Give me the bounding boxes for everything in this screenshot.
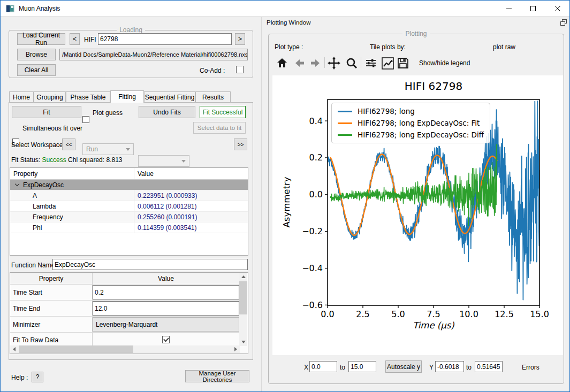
expdecayosc-group-row[interactable]: ExpDecayOsc [10,180,248,190]
fit-button[interactable]: Fit [12,106,81,118]
y-range-label: Y [429,364,434,371]
undo-fits-button[interactable]: Undo Fits [139,106,195,118]
tab-grouping[interactable]: Grouping [34,91,66,102]
svg-text:10.0: 10.0 [459,309,478,319]
clear-all-button[interactable]: Clear All [17,64,56,76]
legend-line-blue [338,111,352,112]
settings-row-minimizer: Minimizer Levenberg-Marquardt [10,317,240,333]
param-row-a[interactable]: A 0.223951 (0.000933) [10,190,248,201]
tab-fitting[interactable]: Fitting [110,90,144,103]
param-row-phi[interactable]: Phi 0.114359 (0.003541) [10,222,248,233]
dock-title: Plotting Window [267,19,310,26]
line-options-button[interactable] [380,56,395,70]
zoom-button[interactable] [344,56,359,70]
line-chart-icon [382,57,394,70]
workspace-prev-button[interactable]: << [62,139,75,150]
svg-text:5.0: 5.0 [391,309,405,319]
plotting-group-label: Plotting [402,30,429,37]
vertical-scrollbar[interactable] [239,273,247,346]
browse-button[interactable]: Browse [17,49,56,60]
svg-text:0.2: 0.2 [309,152,323,163]
save-button[interactable] [396,56,411,70]
x-range-label: X [304,364,308,371]
tile-plots-label: Tile plots by: [370,43,406,51]
float-window-icon[interactable] [560,19,567,26]
maximize-button[interactable] [521,1,545,16]
horizontal-scrollbar[interactable] [10,345,240,353]
manage-user-directories-button[interactable]: Manage User Directories [185,370,249,382]
scroll-right-icon[interactable] [234,347,237,351]
configure-subplots-button[interactable] [363,56,378,70]
settings-table-header: Property Value [10,273,240,285]
settings-row-time-end: Time End [10,301,240,317]
chevron-expanded-icon [15,182,19,186]
minimize-button[interactable] [497,1,521,16]
decrement-run-button[interactable]: < [70,33,80,45]
increment-run-button[interactable]: > [235,33,245,45]
legend-line-green [338,134,352,136]
fit-successful-indicator: Fit Successful [200,106,246,118]
close-button[interactable] [545,1,569,16]
forward-button[interactable] [308,56,323,70]
legend-entry-fit: HIFI62798; long ExpDecayOsc: Fit [338,119,484,127]
svg-text:7.5: 7.5 [427,309,440,319]
muon-analysis-window: Muon Analysis Loading Load Current Run <… [0,0,570,392]
svg-text:0.0: 0.0 [309,189,323,199]
minimizer-combo[interactable]: Levenberg-Marquardt [93,317,239,332]
coadd-label: Co-Add : [200,67,225,74]
x-axis-label: Time (μs) [380,320,487,330]
app-icon [6,4,14,13]
to-label: to [466,364,472,371]
scroll-down-icon[interactable] [241,341,246,343]
simultaneous-fit-label: Simultaneous fit over [22,125,82,132]
load-current-run-button[interactable]: Load Current Run [17,33,65,45]
time-start-input[interactable] [93,285,239,299]
pan-button[interactable] [326,56,341,70]
svg-text:0.0: 0.0 [321,309,334,319]
legend-entry-data: HIFI62798; long [338,107,484,116]
to-label: to [340,364,345,371]
tab-sequential-fitting[interactable]: Sequential Fitting [144,91,195,102]
settings-row-time-start: Time Start [10,285,240,301]
toolbar-separator [324,57,325,68]
help-button[interactable]: ? [32,372,43,382]
svg-text:12.5: 12.5 [495,309,514,319]
run-number-input[interactable] [98,33,232,45]
fit-to-raw-checkbox[interactable] [162,336,170,343]
errors-label: Errors [522,364,539,371]
show-hide-legend-button[interactable]: Show/hide legend [419,59,470,67]
x-min-input[interactable] [309,361,337,372]
y-max-input[interactable] [475,361,503,372]
scroll-left-icon[interactable] [13,347,16,351]
panel-divider [261,17,262,392]
plot-title: HIFI 62798 [328,80,539,93]
autoscale-y-button[interactable]: Autoscale y [385,360,422,373]
y-axis-label: Asymmetry [282,149,292,256]
svg-text:−0.6: −0.6 [302,300,323,310]
pan-icon [328,57,340,70]
workspace-next-button[interactable]: >> [234,139,247,150]
param-row-frequency[interactable]: Frequency 0.255260 (0.000191) [10,212,248,222]
legend-line-orange [338,122,352,124]
plot-legend: HIFI62798; long HIFI62798; long ExpDecay… [331,103,490,143]
home-button[interactable] [275,56,290,70]
dataset-combo [138,155,189,167]
plot-guess-checkbox[interactable] [82,116,89,123]
svg-text:−0.2: −0.2 [302,226,323,236]
coadd-checkbox[interactable] [236,66,244,73]
tab-home[interactable]: Home [9,91,34,102]
time-end-input[interactable] [93,301,239,316]
param-row-lambda[interactable]: Lambda 0.006112 (0.001281) [10,201,248,212]
toolbar-separator [361,57,361,68]
function-name-label: Function Name [11,262,55,269]
tab-phase-table[interactable]: Phase Table [66,91,110,102]
x-max-input[interactable] [348,361,376,372]
function-name-input[interactable] [52,259,248,270]
back-arrow-icon [293,57,305,69]
svg-text:2.5: 2.5 [356,309,369,319]
file-path-field: /Mantid Docs/SampleData-Muon2/Reference … [59,49,248,60]
y-min-input[interactable] [435,361,464,372]
scroll-up-icon[interactable] [241,275,246,278]
tab-results[interactable]: Results [195,91,231,102]
back-button[interactable] [292,56,307,70]
